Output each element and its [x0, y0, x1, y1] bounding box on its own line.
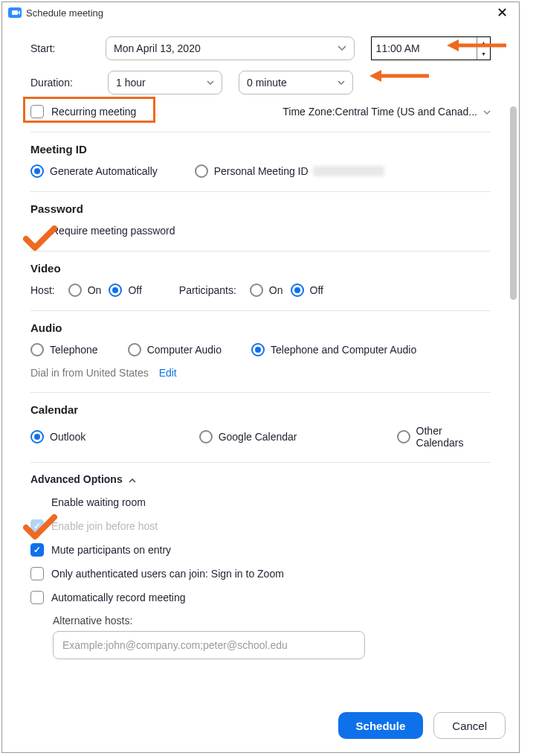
calendar-other-radio[interactable] — [397, 430, 410, 443]
dialin-edit-link[interactable]: Edit — [159, 367, 177, 379]
annotation-check-password — [23, 225, 57, 252]
audio-both-radio[interactable] — [251, 343, 265, 356]
schedule-button[interactable]: Schedule — [338, 712, 424, 739]
calendar-heading: Calendar — [30, 403, 491, 416]
chevron-down-icon — [338, 45, 346, 51]
audio-telephone-radio[interactable] — [30, 343, 44, 356]
chevron-down-icon — [483, 106, 491, 118]
auth-users-label: Only authenticated users can join: Sign … — [51, 568, 284, 580]
chevron-up-icon — [129, 473, 136, 485]
calendar-outlook-radio[interactable] — [30, 430, 44, 443]
host-video-on-radio[interactable] — [68, 284, 82, 297]
generate-auto-option[interactable]: Generate Automatically — [30, 164, 158, 178]
host-video-off-radio[interactable] — [109, 284, 122, 297]
personal-id-option[interactable]: Personal Meeting ID — [195, 164, 384, 178]
advanced-options-label: Advanced Options — [30, 473, 123, 485]
host-video-on-label: On — [88, 284, 102, 296]
advanced-options-toggle[interactable]: Advanced Options — [30, 473, 136, 485]
audio-both-label: Telephone and Computer Audio — [271, 344, 416, 356]
participants-video-on-radio[interactable] — [250, 284, 263, 297]
audio-computer-radio[interactable] — [128, 343, 141, 356]
dialin-text: Dial in from United States — [30, 367, 149, 379]
join-before-host-label: Enable join before host — [51, 520, 158, 532]
svg-marker-1 — [447, 39, 459, 51]
mute-on-entry-checkbox[interactable] — [30, 543, 44, 557]
participants-video-off-label: Off — [310, 284, 323, 296]
personal-id-radio[interactable] — [195, 164, 208, 178]
audio-both-option[interactable]: Telephone and Computer Audio — [251, 343, 416, 356]
generate-auto-radio[interactable] — [30, 164, 44, 178]
host-video-off-label: Off — [128, 284, 141, 296]
audio-telephone-option[interactable]: Telephone — [30, 343, 98, 356]
timezone-value: Central Time (US and Canad... — [335, 106, 477, 118]
start-date-dropdown[interactable]: Mon April 13, 2020 — [106, 36, 355, 60]
scrollbar[interactable] — [507, 2, 519, 752]
waiting-room-label: Enable waiting room — [51, 496, 146, 508]
annotation-arrow-duration — [369, 68, 430, 83]
alt-hosts-label: Alternative hosts: — [53, 615, 491, 627]
auth-users-checkbox[interactable] — [30, 567, 44, 580]
video-heading: Video — [30, 262, 491, 275]
duration-hours-value: 1 hour — [116, 77, 146, 89]
meeting-id-heading: Meeting ID — [30, 143, 491, 156]
calendar-other-label: Other Calendars — [416, 425, 491, 449]
duration-hours-dropdown[interactable]: 1 hour — [108, 71, 222, 94]
password-heading: Password — [30, 202, 491, 215]
annotation-check-waiting — [23, 514, 57, 541]
audio-heading: Audio — [30, 321, 491, 334]
video-participants-label: Participants: — [179, 284, 236, 296]
generate-auto-label: Generate Automatically — [50, 165, 158, 177]
personal-id-label: Personal Meeting ID — [214, 165, 309, 177]
mute-on-entry-label: Mute participants on entry — [51, 544, 171, 556]
chevron-down-icon — [207, 80, 214, 86]
alt-hosts-input[interactable] — [53, 631, 365, 659]
calendar-google-option[interactable]: Google Calendar — [199, 430, 367, 443]
video-host-label: Host: — [30, 284, 55, 296]
calendar-google-label: Google Calendar — [219, 431, 297, 443]
svg-marker-3 — [369, 70, 381, 82]
start-time-value: 11:00 AM — [376, 42, 420, 54]
audio-computer-label: Computer Audio — [147, 344, 222, 356]
annotation-recurring-box — [23, 97, 155, 123]
start-date-value: Mon April 13, 2020 — [114, 42, 201, 54]
participants-video-off-radio[interactable] — [291, 284, 304, 297]
personal-meeting-id-redacted — [313, 166, 384, 176]
calendar-outlook-option[interactable]: Outlook — [30, 430, 170, 443]
auto-record-label: Automatically record meeting — [51, 592, 186, 603]
auto-record-checkbox[interactable] — [30, 591, 44, 604]
duration-minutes-value: 0 minute — [247, 77, 287, 89]
zoom-icon — [8, 7, 22, 18]
timezone-prefix: Time Zone: — [283, 106, 335, 118]
audio-computer-option[interactable]: Computer Audio — [128, 343, 222, 356]
participants-video-on-label: On — [269, 284, 283, 296]
calendar-other-option[interactable]: Other Calendars — [397, 425, 491, 449]
start-label: Start: — [30, 42, 106, 54]
duration-label: Duration: — [30, 77, 108, 89]
scrollbar-thumb[interactable] — [510, 106, 517, 300]
require-password-label: Require meeting password — [51, 225, 175, 237]
timezone-dropdown[interactable]: Time Zone: Central Time (US and Canad... — [283, 106, 491, 118]
calendar-google-radio[interactable] — [199, 430, 213, 443]
cancel-button[interactable]: Cancel — [433, 712, 506, 739]
dialog-title: Schedule meeting — [26, 7, 491, 19]
duration-minutes-dropdown[interactable]: 0 minute — [239, 71, 353, 94]
annotation-arrow-time — [447, 38, 508, 53]
audio-telephone-label: Telephone — [50, 344, 98, 356]
calendar-outlook-label: Outlook — [50, 431, 85, 443]
chevron-down-icon — [338, 80, 345, 86]
